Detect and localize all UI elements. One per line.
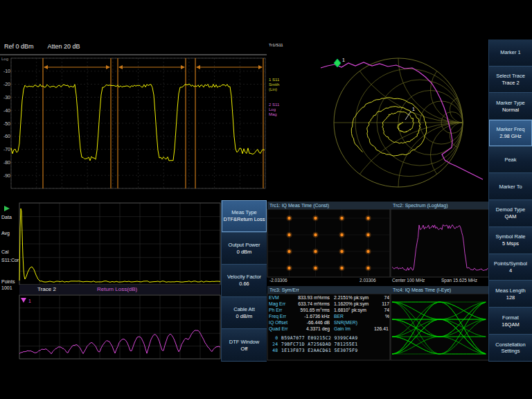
menu-item-meas-length[interactable]: Meas Length128 [489,281,532,308]
menu-item-points-symbol[interactable]: Points/Symbol4 [489,254,532,281]
cat-marker1-icon [21,298,26,303]
cable-antenna-test-quadrant: 1 DataAvgCalS11:CorPoints1001 Trace 2 Re… [0,200,267,362]
vna-marker1-diamond [334,59,341,67]
menu-item-marker-type[interactable]: Marker TypeNormal [489,93,532,120]
menu-item-cable-att[interactable]: Cable Att0 dB/m [222,297,267,330]
vna-trace1-info: 1 S11Smith(Lin) [269,78,279,92]
menu-item-constellation-settings[interactable]: Constellation Settings [489,335,532,362]
symerr-table: EVM833.93 m%rms2.2151% pk:sym74Mag Err63… [269,294,389,354]
menu-item-peak[interactable]: Peak [489,147,532,174]
trc3-header[interactable]: Trc3: Sym/Err [267,286,392,294]
multi-instrument-screen: -10-20-30-40-50-60-70-80-90 Ref 0 dBm At… [0,39,532,362]
menu-item-value: 128 [506,294,515,301]
cat-trace2-label: Trace 2 [37,286,56,292]
menu-item-value: 5 Msps [502,240,519,247]
menu-item-value: DTF&Return Loss [223,216,265,222]
trace-info-line: Smith [269,82,279,87]
symerr-cell: 74 [374,307,389,313]
sa-header: Ref 0 dBm Atten 20 dB [4,43,80,50]
menu-item-value: 0.66 [239,281,249,287]
symerr-row: Mag Err633.74 m%rms1.1620% pk:sym117 [269,301,389,307]
symerr-cell: 74 [374,294,389,301]
cat-status-avg: Avg [1,231,10,236]
vna-marker1-label: 1 [342,57,345,62]
cat-return-loss-title: Return Loss(dB) [97,285,137,294]
menu-item-output-power[interactable]: Output Power0 dBm [222,233,267,265]
spectrum-span-label: Span 15.625 MHz [441,278,477,283]
trace-info-line: (Lin) [269,87,279,92]
menu-item-value: Normal [502,107,519,113]
vsa-demod-quadrant: Trc1: IQ Meas Time (Const) Trc2: Spectru… [267,200,532,362]
cat-status-column: DataAvgCalS11:CorPoints1001 [1,200,20,362]
menu-item-marker-to[interactable]: Marker To [489,173,532,200]
symbol-hex-cell: 79BFC71D A7256DAD 781255E1 [281,342,357,348]
menu-item-velocity-factor[interactable]: Velocity Factor0.66 [222,265,267,297]
symerr-cell: 1.6810° pk:sym [330,307,374,313]
menu-item-value: Off [241,346,248,352]
menu-item-label: Meas Type [231,209,257,215]
symerr-cell: 633.74 m%rms [292,301,330,307]
menu-item-label: Output Power [229,242,260,248]
menu-item-symbol-rate[interactable]: Symbol Rate5 Msps [489,227,532,254]
menu-item-format[interactable]: Format16QAM [489,308,532,335]
vna-active-trace-label: Tr1/S11 [269,43,283,48]
vna-trace1-smith [351,98,427,156]
symerr-cell: 4.3371 deg [292,326,330,332]
symerr-cell [374,319,389,326]
symerr-cell: 126.41 mdB [374,326,389,332]
menu-item-marker-1[interactable]: Marker 1 [489,39,532,66]
menu-item-label: Marker 1 [500,49,521,55]
menu-item-label: Constellation Settings [490,342,531,354]
cat-plot-canvas: 1 [0,200,222,362]
trc1-header[interactable]: Trc1: IQ Meas Time (Const) [267,202,392,209]
menu-item-label: Select Trace [496,73,525,79]
menu-item-label: Meas Length [495,287,525,294]
symerr-row: EVM833.93 m%rms2.2151% pk:sym74 [269,294,389,301]
symbol-hex-cell: 0 [269,335,278,342]
cat-status-1001: 1001 [1,285,12,290]
svg-text:-50: -50 [3,121,10,126]
menu-item-value: 16QAM [502,321,519,328]
symerr-cell: SNR(MER) [330,319,374,326]
vsa-softkey-menu: Demod TypeQAMSymbol Rate5 MspsPoints/Sym… [488,200,532,362]
symerr-cell: 117 [374,301,389,307]
menu-item-select-trace[interactable]: Select TraceTrace 2 [489,66,532,94]
cat-graticule [19,203,220,359]
menu-item-label: Format [502,314,519,321]
symbol-hex-cell: B59A7077 E09215C2 9399C4A9 [281,335,357,342]
menu-item-label: Cable Att [233,306,254,312]
trc2-header[interactable]: Trc2: Spectrum (LogMag) [391,202,491,209]
menu-item-value: 2.98 GHz [499,133,522,139]
svg-text:-10: -10 [3,69,10,73]
menu-item-label: Points/Symbol [494,260,527,267]
menu-item-meas-type[interactable]: Meas TypeDTF&Return Loss [222,200,267,233]
menu-item-marker-freq[interactable]: Marker Freq2.98 GHz [489,120,532,147]
symerr-cell: Mag Err [269,301,292,307]
symerr-row: Ph Err591.65 m°rms1.6810° pk:sym74 [269,307,389,313]
svg-text:-20: -20 [3,82,10,87]
symerr-cell: -1.6736 kHz [292,313,330,319]
vna-softkey-menu: Marker 1Select TraceTrace 2Marker TypeNo… [488,39,532,200]
vna-smith-chart-quadrant: 11 Tr1/S11 1 S11Smith(Lin) 2 S11LogMag M… [267,39,532,200]
svg-text:-90: -90 [3,173,10,178]
trc4-header[interactable]: Trc4: IQ Meas Time (I-Eye) [391,286,491,294]
symbol-hex-row: 0B59A7077 E09215C2 9399C4A9 [269,335,389,342]
menu-item-demod-type[interactable]: Demod TypeQAM [489,200,532,227]
svg-text:-40: -40 [3,108,10,113]
sa-atten-readout[interactable]: Atten 20 dB [48,43,80,50]
menu-item-label: Marker Freq [497,126,525,132]
symbol-hex-cell: 48 [269,348,278,354]
symerr-cell: EVM [269,294,292,301]
symbol-hex-cell: 1E13F873 E2AACD61 5E3075F9 [281,348,357,354]
cat-trace2-header[interactable]: Trace 2 Return Loss(dB) [19,285,220,294]
cat-softkey-menu: Meas TypeDTF&Return LossOutput Power0 dB… [221,200,267,362]
sa-ref-level-readout[interactable]: Ref 0 dBm [4,43,34,50]
trace-info-line: Log [269,107,279,112]
symerr-cell: 1.1620% pk:sym [330,301,374,307]
menu-item-dtf-window[interactable]: DTF WindowOff [222,329,267,362]
cat-status-s11-cor: S11:Cor [1,258,19,263]
spectrum-panel [391,209,489,277]
symerr-cell: Gain Im [330,326,374,332]
smith-chart-canvas: 11 [267,39,489,200]
smith-chart-graticule [334,58,463,187]
